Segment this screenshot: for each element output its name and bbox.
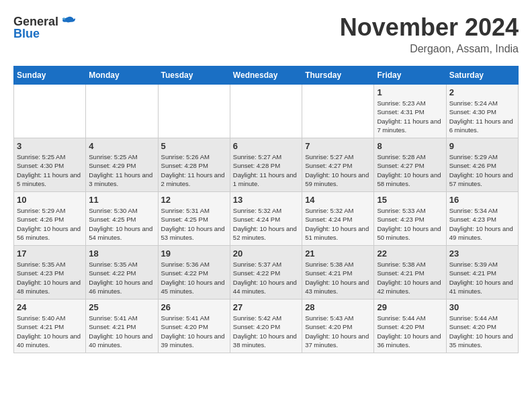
calendar-cell xyxy=(158,85,230,138)
calendar-cell xyxy=(302,85,374,138)
calendar-table: SundayMondayTuesdayWednesdayThursdayFrid… xyxy=(13,66,519,353)
calendar-cell: 16Sunrise: 5:34 AM Sunset: 4:23 PM Dayli… xyxy=(446,192,518,246)
day-info: Sunrise: 5:24 AM Sunset: 4:30 PM Dayligh… xyxy=(449,99,515,134)
calendar-cell: 11Sunrise: 5:30 AM Sunset: 4:25 PM Dayli… xyxy=(86,192,158,246)
location: Dergaon, Assam, India xyxy=(340,43,519,55)
day-info: Sunrise: 5:25 AM Sunset: 4:30 PM Dayligh… xyxy=(17,152,83,188)
day-info: Sunrise: 5:41 AM Sunset: 4:20 PM Dayligh… xyxy=(161,314,227,349)
calendar-cell: 5Sunrise: 5:26 AM Sunset: 4:28 PM Daylig… xyxy=(158,138,230,192)
day-info: Sunrise: 5:35 AM Sunset: 4:22 PM Dayligh… xyxy=(89,260,154,295)
day-number: 2 xyxy=(449,87,515,97)
day-number: 24 xyxy=(17,302,83,312)
calendar-cell: 18Sunrise: 5:35 AM Sunset: 4:22 PM Dayli… xyxy=(86,246,158,300)
calendar-cell: 15Sunrise: 5:33 AM Sunset: 4:23 PM Dayli… xyxy=(374,192,446,246)
day-number: 15 xyxy=(377,195,443,205)
day-info: Sunrise: 5:41 AM Sunset: 4:21 PM Dayligh… xyxy=(89,314,154,349)
calendar-cell: 8Sunrise: 5:28 AM Sunset: 4:27 PM Daylig… xyxy=(374,138,446,192)
day-info: Sunrise: 5:26 AM Sunset: 4:28 PM Dayligh… xyxy=(161,152,227,188)
day-number: 9 xyxy=(449,141,515,151)
day-number: 8 xyxy=(377,141,443,151)
day-info: Sunrise: 5:27 AM Sunset: 4:28 PM Dayligh… xyxy=(233,152,299,188)
calendar-cell: 29Sunrise: 5:44 AM Sunset: 4:20 PM Dayli… xyxy=(374,300,446,353)
calendar-cell: 23Sunrise: 5:39 AM Sunset: 4:21 PM Dayli… xyxy=(446,246,518,300)
calendar-cell: 21Sunrise: 5:38 AM Sunset: 4:21 PM Dayli… xyxy=(302,246,374,300)
day-number: 21 xyxy=(305,248,371,259)
day-number: 20 xyxy=(233,248,299,259)
day-number: 13 xyxy=(233,195,299,205)
calendar-cell: 27Sunrise: 5:42 AM Sunset: 4:20 PM Dayli… xyxy=(230,300,302,353)
calendar-header: SundayMondayTuesdayWednesdayThursdayFrid… xyxy=(14,66,519,85)
day-info: Sunrise: 5:44 AM Sunset: 4:20 PM Dayligh… xyxy=(449,314,515,349)
weekday-header-friday: Friday xyxy=(374,66,446,85)
day-info: Sunrise: 5:37 AM Sunset: 4:22 PM Dayligh… xyxy=(233,260,299,295)
day-number: 18 xyxy=(89,248,154,259)
day-info: Sunrise: 5:32 AM Sunset: 4:24 PM Dayligh… xyxy=(305,206,371,242)
calendar-cell xyxy=(86,85,158,138)
day-number: 19 xyxy=(161,248,227,259)
day-info: Sunrise: 5:33 AM Sunset: 4:23 PM Dayligh… xyxy=(377,206,443,242)
day-number: 1 xyxy=(377,87,443,97)
logo-blue: Blue xyxy=(13,27,40,41)
day-info: Sunrise: 5:40 AM Sunset: 4:21 PM Dayligh… xyxy=(17,314,83,349)
day-number: 22 xyxy=(377,248,443,259)
calendar-cell: 7Sunrise: 5:27 AM Sunset: 4:27 PM Daylig… xyxy=(302,138,374,192)
calendar-cell: 30Sunrise: 5:44 AM Sunset: 4:20 PM Dayli… xyxy=(446,300,518,353)
week-row-4: 17Sunrise: 5:35 AM Sunset: 4:23 PM Dayli… xyxy=(14,246,519,300)
day-number: 16 xyxy=(449,195,515,205)
calendar-cell: 13Sunrise: 5:32 AM Sunset: 4:24 PM Dayli… xyxy=(230,192,302,246)
month-title: November 2024 xyxy=(340,13,519,42)
day-number: 4 xyxy=(89,141,154,151)
day-info: Sunrise: 5:36 AM Sunset: 4:22 PM Dayligh… xyxy=(161,260,227,295)
week-row-2: 3Sunrise: 5:25 AM Sunset: 4:30 PM Daylig… xyxy=(14,138,519,192)
day-number: 10 xyxy=(17,195,83,205)
day-info: Sunrise: 5:23 AM Sunset: 4:31 PM Dayligh… xyxy=(377,99,443,134)
day-info: Sunrise: 5:27 AM Sunset: 4:27 PM Dayligh… xyxy=(305,152,371,188)
calendar-cell: 6Sunrise: 5:27 AM Sunset: 4:28 PM Daylig… xyxy=(230,138,302,192)
day-info: Sunrise: 5:25 AM Sunset: 4:29 PM Dayligh… xyxy=(89,152,154,188)
logo: General Blue xyxy=(13,13,77,41)
calendar-cell: 19Sunrise: 5:36 AM Sunset: 4:22 PM Dayli… xyxy=(158,246,230,300)
calendar-cell xyxy=(14,85,86,138)
weekday-header-tuesday: Tuesday xyxy=(158,66,230,85)
day-info: Sunrise: 5:30 AM Sunset: 4:25 PM Dayligh… xyxy=(89,206,154,242)
day-number: 29 xyxy=(377,302,443,312)
day-info: Sunrise: 5:38 AM Sunset: 4:21 PM Dayligh… xyxy=(305,260,371,295)
day-info: Sunrise: 5:29 AM Sunset: 4:26 PM Dayligh… xyxy=(449,152,515,188)
day-info: Sunrise: 5:38 AM Sunset: 4:21 PM Dayligh… xyxy=(377,260,443,295)
calendar-cell: 25Sunrise: 5:41 AM Sunset: 4:21 PM Dayli… xyxy=(86,300,158,353)
day-number: 25 xyxy=(89,302,154,312)
calendar-cell: 14Sunrise: 5:32 AM Sunset: 4:24 PM Dayli… xyxy=(302,192,374,246)
day-info: Sunrise: 5:31 AM Sunset: 4:25 PM Dayligh… xyxy=(161,206,227,242)
day-info: Sunrise: 5:29 AM Sunset: 4:26 PM Dayligh… xyxy=(17,206,83,242)
calendar-cell: 20Sunrise: 5:37 AM Sunset: 4:22 PM Dayli… xyxy=(230,246,302,300)
day-number: 26 xyxy=(161,302,227,312)
calendar-cell: 3Sunrise: 5:25 AM Sunset: 4:30 PM Daylig… xyxy=(14,138,86,192)
calendar-cell: 12Sunrise: 5:31 AM Sunset: 4:25 PM Dayli… xyxy=(158,192,230,246)
day-info: Sunrise: 5:42 AM Sunset: 4:20 PM Dayligh… xyxy=(233,314,299,349)
day-number: 30 xyxy=(449,302,515,312)
day-number: 11 xyxy=(89,195,154,205)
logo-bird-icon xyxy=(60,13,76,30)
day-info: Sunrise: 5:35 AM Sunset: 4:23 PM Dayligh… xyxy=(17,260,83,295)
day-number: 17 xyxy=(17,248,83,259)
weekday-header-wednesday: Wednesday xyxy=(230,66,302,85)
day-number: 14 xyxy=(305,195,371,205)
calendar-cell: 2Sunrise: 5:24 AM Sunset: 4:30 PM Daylig… xyxy=(446,85,518,138)
day-info: Sunrise: 5:39 AM Sunset: 4:21 PM Dayligh… xyxy=(449,260,515,295)
calendar-cell: 26Sunrise: 5:41 AM Sunset: 4:20 PM Dayli… xyxy=(158,300,230,353)
day-info: Sunrise: 5:34 AM Sunset: 4:23 PM Dayligh… xyxy=(449,206,515,242)
day-info: Sunrise: 5:43 AM Sunset: 4:20 PM Dayligh… xyxy=(305,314,371,349)
title-section: November 2024 Dergaon, Assam, India xyxy=(340,13,519,55)
day-info: Sunrise: 5:32 AM Sunset: 4:24 PM Dayligh… xyxy=(233,206,299,242)
week-row-3: 10Sunrise: 5:29 AM Sunset: 4:26 PM Dayli… xyxy=(14,192,519,246)
day-number: 23 xyxy=(449,248,515,259)
calendar-cell: 4Sunrise: 5:25 AM Sunset: 4:29 PM Daylig… xyxy=(86,138,158,192)
day-number: 5 xyxy=(161,141,227,151)
calendar-cell: 17Sunrise: 5:35 AM Sunset: 4:23 PM Dayli… xyxy=(14,246,86,300)
calendar-cell: 24Sunrise: 5:40 AM Sunset: 4:21 PM Dayli… xyxy=(14,300,86,353)
day-number: 27 xyxy=(233,302,299,312)
calendar-cell: 22Sunrise: 5:38 AM Sunset: 4:21 PM Dayli… xyxy=(374,246,446,300)
weekday-header-monday: Monday xyxy=(86,66,158,85)
calendar-cell: 1Sunrise: 5:23 AM Sunset: 4:31 PM Daylig… xyxy=(374,85,446,138)
day-info: Sunrise: 5:44 AM Sunset: 4:20 PM Dayligh… xyxy=(377,314,443,349)
